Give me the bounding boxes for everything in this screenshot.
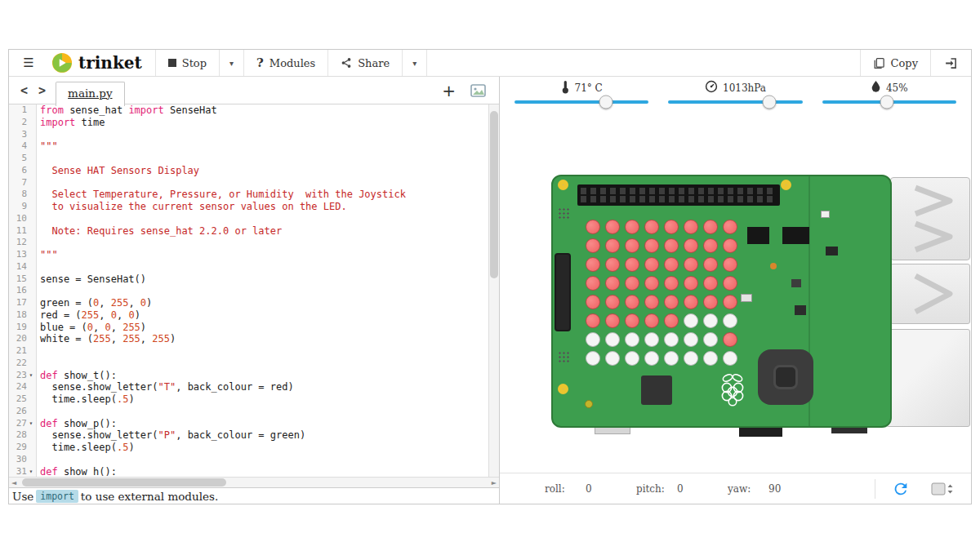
- sensor-temperature: 71° C: [505, 81, 658, 112]
- code-line: Sense HAT Sensors Display: [40, 165, 488, 177]
- led-white: [664, 351, 679, 366]
- humidity-slider[interactable]: [822, 100, 956, 104]
- fold-arrow-icon[interactable]: ▾: [27, 418, 35, 430]
- temperature-slider-handle[interactable]: [599, 96, 612, 109]
- stop-icon: [168, 59, 176, 67]
- line-number: 26: [9, 406, 36, 418]
- question-icon: ?: [256, 56, 264, 70]
- led-white: [644, 332, 659, 347]
- code-view-icon[interactable]: < >: [9, 83, 56, 98]
- led-red: [723, 276, 737, 291]
- line-number: 16: [9, 285, 36, 297]
- mounting-hole: [558, 384, 568, 394]
- stop-button[interactable]: Stop: [156, 50, 220, 76]
- scrollbar-thumb[interactable]: [22, 478, 226, 487]
- scroll-right-icon[interactable]: ►: [492, 479, 497, 487]
- scroll-left-icon[interactable]: ◄: [11, 479, 16, 487]
- code-line: [40, 213, 488, 225]
- led-red: [625, 257, 639, 272]
- code-line: def show_h():: [40, 466, 488, 478]
- sensor-pressure: 1013hPa: [658, 81, 812, 112]
- led-red: [625, 238, 639, 253]
- usb-port-upper: [890, 177, 970, 260]
- code-line: sense.show_letter("T", back_colour = red…: [40, 381, 488, 393]
- led-red: [625, 276, 639, 291]
- temperature-slider[interactable]: [514, 100, 648, 104]
- share-button[interactable]: Share: [328, 50, 403, 76]
- led-white: [605, 351, 620, 366]
- line-number: 30: [9, 454, 36, 466]
- sensor-pressure-value: 1013hPa: [705, 81, 766, 95]
- sense-hat-board: [551, 175, 892, 428]
- orientation-readouts: roll:0pitch:0yaw:90: [545, 483, 819, 495]
- orientation-pitch: pitch:0: [636, 483, 728, 495]
- modules-button[interactable]: ? Modules: [244, 50, 328, 76]
- run-options-dropdown[interactable]: ▾: [220, 50, 244, 76]
- line-number: 28: [9, 429, 36, 442]
- line-number: 5: [9, 153, 36, 165]
- fold-arrow-icon[interactable]: ▾: [27, 466, 35, 478]
- component: [821, 211, 830, 218]
- rotate-control-button[interactable]: [931, 481, 953, 497]
- code-line: [40, 129, 488, 141]
- led-white: [644, 351, 659, 366]
- chip: [782, 227, 809, 244]
- capacitor: [585, 400, 593, 408]
- pressure-slider-handle[interactable]: [762, 96, 776, 109]
- humidity-icon: [871, 80, 881, 96]
- logo-text: trinket: [78, 53, 142, 73]
- gutter: 1234567891011121314151617181920212223▾24…: [9, 104, 37, 477]
- code-editor[interactable]: 1234567891011121314151617181920212223▾24…: [9, 104, 499, 477]
- thermometer-icon: [561, 80, 570, 96]
- copy-button[interactable]: Copy: [860, 50, 931, 76]
- scrollbar-thumb[interactable]: [490, 111, 498, 278]
- orientation-roll: roll:0: [545, 483, 636, 495]
- led-red: [586, 238, 600, 253]
- chevron-down-icon: ▾: [229, 59, 234, 68]
- code-line: to visualize the current sensor values o…: [40, 201, 488, 213]
- tab-main-py[interactable]: main.py: [56, 82, 124, 106]
- line-number: 25: [9, 393, 36, 406]
- led-red: [664, 220, 679, 234]
- led-red: [664, 238, 679, 253]
- line-number: 2: [9, 117, 36, 129]
- fold-arrow-icon[interactable]: ▾: [27, 370, 35, 382]
- line-number: 9: [9, 201, 36, 213]
- joystick[interactable]: [758, 349, 813, 405]
- trinket-logo-icon: [51, 52, 73, 73]
- led-red: [644, 276, 659, 291]
- led-red: [605, 257, 620, 272]
- line-number: 1: [9, 104, 36, 117]
- led-red: [586, 257, 600, 272]
- joystick-cap[interactable]: [773, 365, 798, 389]
- led-red: [684, 238, 698, 253]
- trinket-logo[interactable]: trinket: [48, 50, 156, 76]
- refresh-button[interactable]: [892, 480, 910, 498]
- editor-vertical-scrollbar[interactable]: [488, 104, 499, 477]
- hint-text-post: to use external modules.: [81, 490, 218, 503]
- editor-horizontal-scrollbar[interactable]: ◄ ►: [9, 477, 499, 487]
- led-white: [723, 351, 737, 366]
- refresh-icon: [892, 480, 910, 498]
- led-red: [625, 220, 639, 234]
- tab-label: main.py: [68, 87, 112, 100]
- copy-label: Copy: [891, 57, 918, 69]
- orientation-value: 0: [677, 483, 684, 495]
- led-red: [703, 276, 718, 291]
- editor-panel: < > main.py + 12345678910111213141516171…: [9, 77, 499, 504]
- share-options-dropdown[interactable]: ▾: [403, 50, 427, 76]
- pressure-slider[interactable]: [668, 100, 802, 104]
- led-white: [684, 351, 698, 366]
- led-white: [703, 313, 718, 328]
- add-image-button[interactable]: [470, 84, 486, 97]
- sign-in-button[interactable]: [931, 50, 971, 76]
- humidity-slider-handle[interactable]: [880, 96, 893, 109]
- add-file-button[interactable]: +: [442, 82, 456, 99]
- code-lines[interactable]: from sense_hat import SenseHatimport tim…: [37, 104, 488, 477]
- line-number: 23▾: [9, 370, 36, 382]
- usb-port-lower: [890, 264, 970, 324]
- led-red: [684, 257, 698, 272]
- menu-button[interactable]: ☰: [9, 50, 48, 76]
- code-line: def show_p():: [40, 418, 488, 430]
- led-red: [586, 295, 600, 309]
